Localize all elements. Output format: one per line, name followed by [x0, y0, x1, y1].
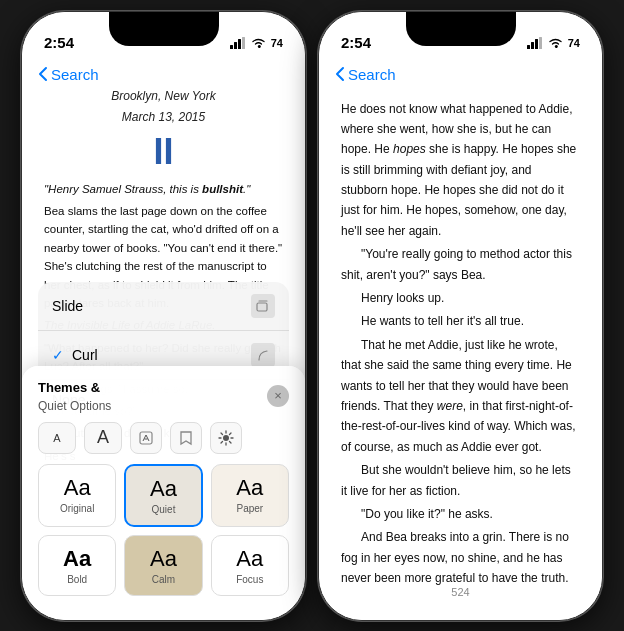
- themes-header: Themes & Quiet Options ×: [38, 378, 289, 414]
- svg-rect-16: [531, 42, 534, 49]
- battery-right: 74: [568, 37, 580, 49]
- quiet-options-label: Quiet Options: [38, 399, 111, 413]
- theme-focus-aa: Aa: [222, 546, 278, 572]
- svg-rect-0: [230, 45, 233, 49]
- close-button[interactable]: ×: [267, 385, 289, 407]
- font-type-button[interactable]: [130, 422, 162, 454]
- back-button-right[interactable]: Search: [335, 66, 396, 83]
- theme-bold-label: Bold: [49, 574, 105, 585]
- nav-bar-right[interactable]: Search: [319, 60, 602, 87]
- transition-slide[interactable]: Slide: [38, 282, 289, 331]
- status-icons-left: 74: [230, 37, 283, 49]
- book-chapter: II: [44, 132, 283, 172]
- font-small-button[interactable]: A: [38, 422, 76, 454]
- theme-paper-aa: Aa: [222, 475, 278, 501]
- book-content-right: He does not know what happened to Addie,…: [319, 87, 602, 595]
- svg-rect-3: [242, 37, 245, 49]
- theme-quiet-label: Quiet: [136, 504, 190, 515]
- brightness-button[interactable]: [210, 422, 242, 454]
- back-button-left[interactable]: Search: [38, 66, 99, 83]
- themes-panel: Themes & Quiet Options × A A: [22, 366, 305, 620]
- svg-line-14: [221, 441, 223, 443]
- book-location: Brooklyn, New York: [44, 87, 283, 107]
- theme-calm-label: Calm: [135, 574, 191, 585]
- theme-quiet[interactable]: Aa Quiet: [124, 464, 202, 527]
- notch-right: [406, 12, 516, 46]
- signal-icon: [230, 37, 246, 49]
- svg-rect-5: [140, 432, 152, 444]
- svg-rect-18: [539, 37, 542, 49]
- theme-original-label: Original: [49, 503, 105, 514]
- battery-left: 74: [271, 37, 283, 49]
- page-number: 524: [451, 586, 469, 598]
- theme-focus[interactable]: Aa Focus: [211, 535, 289, 596]
- theme-focus-label: Focus: [222, 574, 278, 585]
- theme-calm[interactable]: Aa Calm: [124, 535, 202, 596]
- notch: [109, 12, 219, 46]
- time-right: 2:54: [341, 34, 371, 51]
- themes-title: Themes &: [38, 380, 100, 395]
- svg-rect-15: [527, 45, 530, 49]
- svg-rect-4: [257, 303, 267, 311]
- check-icon: ✓: [52, 347, 64, 363]
- svg-rect-17: [535, 39, 538, 49]
- theme-grid: Aa Original Aa Quiet Aa Paper Aa Bold: [38, 464, 289, 596]
- slide-icon: [251, 294, 275, 318]
- theme-original-aa: Aa: [49, 475, 105, 501]
- font-large-button[interactable]: A: [84, 422, 122, 454]
- svg-line-12: [230, 441, 232, 443]
- transition-slide-label: Slide: [52, 298, 83, 314]
- signal-icon-right: [527, 37, 543, 49]
- left-phone: 2:54 74: [21, 11, 306, 621]
- wifi-icon: [251, 37, 266, 49]
- curl-icon: [251, 343, 275, 367]
- svg-line-13: [230, 433, 232, 435]
- theme-paper-label: Paper: [222, 503, 278, 514]
- wifi-icon-right: [548, 37, 563, 49]
- theme-calm-aa: Aa: [135, 546, 191, 572]
- theme-bold[interactable]: Aa Bold: [38, 535, 116, 596]
- book-date: March 13, 2015: [44, 108, 283, 128]
- svg-point-6: [223, 435, 229, 441]
- status-icons-right: 74: [527, 37, 580, 49]
- phones-container: 2:54 74: [21, 11, 603, 621]
- right-phone: 2:54 74: [318, 11, 603, 621]
- svg-rect-2: [238, 39, 241, 49]
- transition-curl-label: Curl: [72, 347, 251, 363]
- svg-line-11: [221, 433, 223, 435]
- font-controls: A A: [38, 422, 289, 454]
- theme-bold-aa: Aa: [49, 546, 105, 572]
- bookmark-button[interactable]: [170, 422, 202, 454]
- time-left: 2:54: [44, 34, 74, 51]
- theme-paper[interactable]: Aa Paper: [211, 464, 289, 527]
- theme-original[interactable]: Aa Original: [38, 464, 116, 527]
- theme-quiet-aa: Aa: [136, 476, 190, 502]
- nav-bar-left[interactable]: Search: [22, 60, 305, 87]
- svg-rect-1: [234, 42, 237, 49]
